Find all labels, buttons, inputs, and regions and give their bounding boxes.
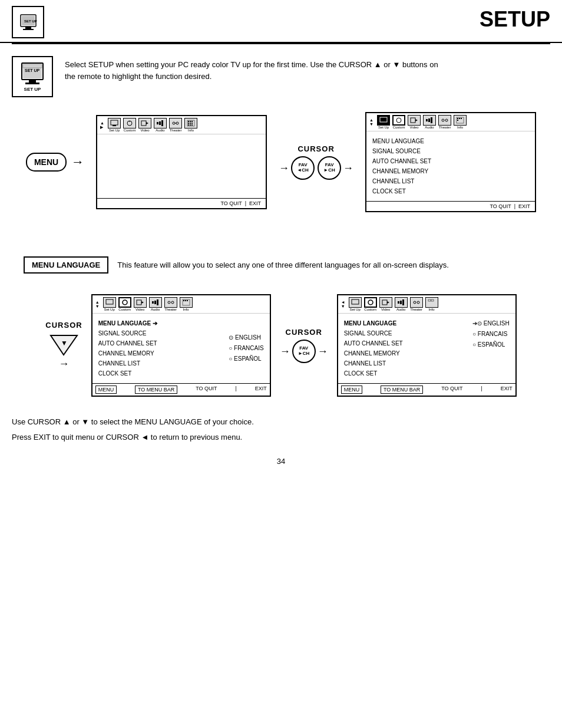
svg-rect-71 bbox=[428, 299, 431, 301]
svg-text:SET UP: SET UP bbox=[25, 68, 40, 73]
tab3-info: Info bbox=[180, 297, 193, 311]
svg-rect-25 bbox=[190, 121, 191, 122]
svg-point-20 bbox=[173, 122, 175, 124]
ch-mem-item-4: CHANNEL MEMORY bbox=[344, 348, 403, 358]
intro-text: Select SETUP when setting your PC ready … bbox=[65, 56, 438, 82]
screen1-content bbox=[97, 134, 266, 198]
screen4-diagram2: ◄ ▼ Set Up Custom Video bbox=[337, 294, 517, 397]
section-description: This feature will allow you to select an… bbox=[117, 261, 449, 269]
svg-rect-35 bbox=[411, 118, 415, 123]
cursor-label-1: CURSOR bbox=[297, 144, 334, 153]
ch-mem-item: CHANNEL MEMORY bbox=[98, 348, 157, 358]
screen3-content: MENU LANGUAGE ➔ SIGNAL SOURCE AUTO CHANN… bbox=[92, 314, 270, 383]
signal-item: SIGNAL SOURCE bbox=[98, 328, 157, 338]
svg-rect-51 bbox=[137, 300, 141, 305]
nav-arrows-4: ◄ ▼ bbox=[341, 300, 345, 308]
page-number: 34 bbox=[0, 445, 562, 472]
svg-marker-52 bbox=[141, 301, 144, 304]
menu-item-channelmem: CHANNEL MEMORY bbox=[372, 166, 529, 176]
arrow-from-screen4: → bbox=[318, 345, 328, 358]
arrow-to-screen4: → bbox=[280, 345, 290, 358]
svg-rect-26 bbox=[191, 121, 193, 122]
svg-text:▼: ▼ bbox=[61, 339, 68, 347]
svg-rect-12 bbox=[113, 125, 116, 126]
footer4-exit: EXIT bbox=[501, 386, 513, 394]
svg-rect-54 bbox=[154, 301, 156, 304]
svg-rect-30 bbox=[188, 124, 189, 126]
cursor-group-2: CURSOR → FAV ►CH → bbox=[280, 328, 328, 363]
lang-french-3: ○ FRANCAIS bbox=[229, 343, 263, 354]
footer3-sep: | bbox=[235, 386, 236, 394]
svg-rect-66 bbox=[398, 301, 399, 304]
tab-custom: Custom bbox=[123, 118, 136, 132]
svg-point-40 bbox=[442, 119, 444, 121]
footer2-sep: | bbox=[514, 203, 515, 209]
lang-spanish-4: ○ ESPAÑOL bbox=[472, 340, 510, 350]
screen3-footer: MENU TO MENU BAR TO QUIT | EXIT bbox=[92, 383, 270, 396]
tab3-custom: Custom bbox=[118, 297, 131, 311]
screen1-menubar: ▲ ▶ Set Up Custom Video bbox=[97, 116, 266, 134]
svg-rect-32 bbox=[191, 124, 193, 126]
section-label: MENU LANGUAGE bbox=[24, 256, 108, 274]
lang-arrow-4: ➔⊙ ENGLISH bbox=[472, 318, 510, 329]
tab-info: Info bbox=[184, 118, 197, 132]
footer3-menu: MENU bbox=[95, 386, 117, 394]
tab3-setup: Set Up bbox=[103, 297, 116, 311]
footer-toquit: TO QUIT bbox=[220, 200, 242, 206]
tab-video: Video bbox=[138, 118, 151, 132]
tab3-theater: Theater bbox=[164, 297, 177, 311]
screen1-footer: TO QUIT | EXIT bbox=[97, 198, 266, 208]
svg-rect-45 bbox=[461, 118, 462, 119]
screen4-footer: MENU TO MENU BAR TO QUIT | EXIT bbox=[338, 383, 515, 396]
menu-arrow: → bbox=[71, 154, 84, 170]
footer4-menu: MENU bbox=[341, 386, 363, 394]
footer3-toquit: TO QUIT bbox=[196, 386, 217, 394]
svg-rect-29 bbox=[191, 123, 193, 124]
svg-rect-24 bbox=[188, 121, 189, 122]
bottom-note-1: Use CURSOR ▲ or ▼ to select the MENU LAN… bbox=[12, 414, 550, 430]
svg-rect-44 bbox=[459, 118, 460, 119]
auto-ch-item: AUTO CHANNEL SET bbox=[98, 338, 157, 348]
svg-rect-72 bbox=[431, 299, 434, 301]
svg-rect-59 bbox=[183, 300, 184, 301]
footer2-exit: EXIT bbox=[518, 203, 530, 209]
svg-text:SET UP: SET UP bbox=[24, 19, 37, 23]
menu-button: MENU bbox=[26, 153, 67, 172]
svg-rect-27 bbox=[188, 123, 189, 124]
svg-rect-67 bbox=[400, 301, 402, 304]
svg-point-41 bbox=[445, 119, 448, 121]
cursor-down-label: CURSOR bbox=[45, 321, 82, 330]
svg-point-56 bbox=[168, 301, 170, 304]
svg-marker-16 bbox=[146, 122, 148, 124]
menu-item-signal: SIGNAL SOURCE bbox=[372, 146, 529, 156]
svg-point-70 bbox=[417, 301, 419, 304]
lang-options-4: ➔⊙ ENGLISH ○ FRANCAIS ○ ESPAÑOL bbox=[472, 318, 510, 350]
svg-rect-2 bbox=[23, 29, 34, 30]
svg-rect-31 bbox=[190, 124, 191, 126]
tab2-custom: Custom bbox=[392, 115, 405, 129]
fav-ch-single: FAV ►CH bbox=[292, 340, 316, 363]
lang-row-4: MENU LANGUAGE SIGNAL SOURCE AUTO CHANNEL… bbox=[344, 318, 510, 378]
tab3-video: Video bbox=[134, 297, 147, 311]
lang-english-3: ⊙ ENGLISH bbox=[229, 332, 263, 343]
svg-rect-28 bbox=[190, 123, 191, 124]
diagram2-section: CURSOR ▼ → ▲ ▼ Set Up bbox=[0, 288, 562, 403]
svg-rect-15 bbox=[141, 121, 146, 126]
svg-point-69 bbox=[414, 301, 416, 304]
nav-arrows: ▲ ▶ bbox=[100, 121, 104, 130]
ch-list-item: CHANNEL LIST bbox=[98, 358, 157, 368]
tab2-video: Video bbox=[408, 115, 421, 129]
svg-point-57 bbox=[171, 301, 174, 304]
footer-separator: | bbox=[245, 200, 246, 206]
cursor-group-1: CURSOR → FAV ◄CH FAV ►CH → bbox=[279, 144, 353, 180]
menu-button-group: MENU → bbox=[26, 153, 84, 172]
footer2-toquit: TO QUIT bbox=[490, 203, 511, 209]
fav-ch-group-1: FAV ◄CH FAV ►CH bbox=[291, 156, 341, 180]
svg-marker-36 bbox=[415, 119, 418, 121]
svg-rect-17 bbox=[157, 122, 158, 124]
svg-rect-7 bbox=[25, 83, 39, 84]
screen4-menubar: ◄ ▼ Set Up Custom Video bbox=[338, 295, 515, 314]
cursor-down-arrow: → bbox=[59, 358, 70, 370]
menu-item-autochannel: AUTO CHANNEL SET bbox=[372, 156, 529, 166]
svg-rect-55 bbox=[157, 299, 158, 305]
